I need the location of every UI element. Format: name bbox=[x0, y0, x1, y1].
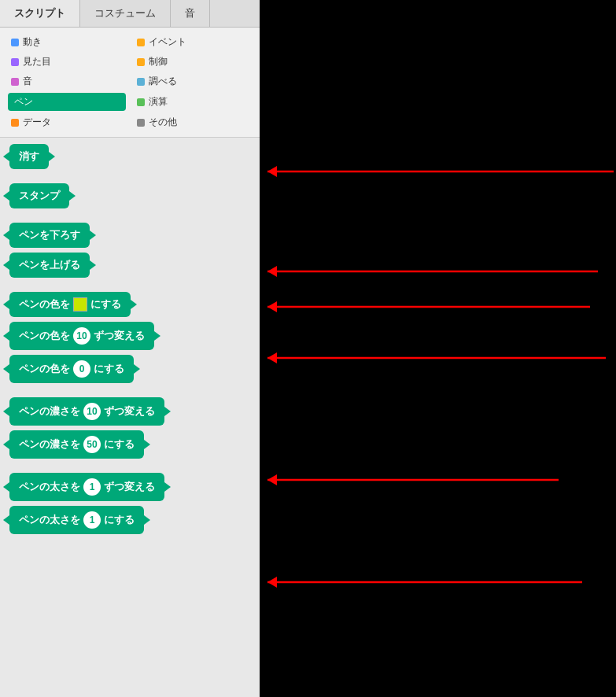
control-dot bbox=[137, 58, 145, 66]
category-motion-label: 動き bbox=[23, 35, 42, 49]
operators-dot bbox=[137, 98, 145, 106]
category-other[interactable]: その他 bbox=[134, 114, 252, 131]
block-pen-size-set-suffix: にする bbox=[104, 513, 135, 527]
block-pen-shade-change[interactable]: ペンの濃さを 10 ずつ変える bbox=[9, 397, 164, 426]
category-operators-label: 演算 bbox=[149, 95, 168, 109]
category-pen-label: ペン bbox=[14, 95, 33, 109]
category-other-label: その他 bbox=[149, 116, 177, 129]
category-data-label: データ bbox=[23, 116, 51, 129]
block-pen-shade-set-suffix: にする bbox=[104, 437, 135, 452]
category-data[interactable]: データ bbox=[8, 114, 126, 131]
block-stamp-label: スタンプ bbox=[19, 189, 60, 203]
category-sound-label: 音 bbox=[23, 75, 32, 88]
events-dot bbox=[137, 39, 145, 46]
block-pen-color-set-suffix: にする bbox=[94, 362, 124, 376]
block-stamp[interactable]: スタンプ bbox=[9, 183, 69, 208]
svg-marker-1 bbox=[267, 166, 277, 177]
blocks-area: 消す スタンプ ペンを下ろす ペンを上げる ペンの色を にする ペンの色を bbox=[0, 138, 260, 697]
color-swatch[interactable] bbox=[73, 297, 87, 312]
svg-marker-11 bbox=[267, 577, 277, 588]
svg-marker-5 bbox=[267, 301, 277, 312]
block-kisu-label: 消す bbox=[19, 149, 39, 164]
tab-costume[interactable]: コスチューム bbox=[80, 0, 171, 27]
block-pen-down[interactable]: ペンを下ろす bbox=[9, 223, 90, 248]
block-pen-color-set[interactable]: ペンの色を 0 にする bbox=[9, 355, 134, 383]
main-container: スクリプト コスチューム 音 動き イベント 見た目 制御 bbox=[0, 0, 616, 697]
sound-dot bbox=[11, 78, 19, 86]
block-pen-shade-change-prefix: ペンの濃さを bbox=[19, 404, 80, 419]
block-pen-shade-change-suffix: ずつ変える bbox=[104, 404, 155, 419]
block-pen-color-swatch[interactable]: ペンの色を にする bbox=[9, 292, 131, 317]
motion-dot bbox=[11, 39, 19, 46]
other-dot bbox=[137, 119, 145, 127]
category-control-label: 制御 bbox=[149, 55, 168, 68]
block-pen-shade-set[interactable]: ペンの濃さを 50 にする bbox=[9, 430, 144, 459]
block-kisu[interactable]: 消す bbox=[9, 144, 49, 169]
block-pen-size-change-prefix: ペンの太さを bbox=[19, 480, 80, 494]
block-pen-color-set-prefix: ペンの色を bbox=[19, 362, 70, 376]
block-pen-shade-set-prefix: ペンの濃さを bbox=[19, 437, 80, 452]
category-pen[interactable]: ペン bbox=[8, 93, 126, 111]
block-pen-color-change[interactable]: ペンの色を 10 ずつ変える bbox=[9, 322, 154, 350]
category-control[interactable]: 制御 bbox=[134, 53, 252, 70]
category-motion[interactable]: 動き bbox=[8, 34, 126, 50]
block-pen-size-change[interactable]: ペンの太さを 1 ずつ変える bbox=[9, 473, 164, 501]
category-events-label: イベント bbox=[149, 35, 186, 49]
block-pen-size-set-prefix: ペンの太さを bbox=[19, 513, 80, 527]
tab-script[interactable]: スクリプト bbox=[0, 0, 80, 27]
block-pen-shade-set-value[interactable]: 50 bbox=[83, 436, 101, 453]
block-pen-size-change-suffix: ずつ変える bbox=[104, 480, 155, 494]
block-pen-size-set[interactable]: ペンの太さを 1 にする bbox=[9, 506, 144, 534]
svg-marker-3 bbox=[267, 266, 277, 277]
svg-marker-7 bbox=[267, 352, 277, 363]
block-pen-color-change-prefix: ペンの色を bbox=[19, 329, 70, 343]
right-panel bbox=[260, 0, 616, 697]
looks-dot bbox=[11, 58, 19, 66]
block-pen-color-change-suffix: ずつ変える bbox=[94, 329, 145, 343]
block-pen-size-set-value[interactable]: 1 bbox=[83, 511, 101, 529]
block-pen-down-label: ペンを下ろす bbox=[19, 228, 80, 242]
category-looks-label: 見た目 bbox=[23, 55, 51, 68]
category-events[interactable]: イベント bbox=[134, 34, 252, 50]
sensing-dot bbox=[137, 78, 145, 86]
left-panel: スクリプト コスチューム 音 動き イベント 見た目 制御 bbox=[0, 0, 260, 697]
category-looks[interactable]: 見た目 bbox=[8, 53, 126, 70]
svg-marker-9 bbox=[267, 474, 277, 485]
category-sensing[interactable]: 調べる bbox=[134, 73, 252, 90]
category-grid: 動き イベント 見た目 制御 音 調べる ペン bbox=[0, 28, 260, 138]
category-operators[interactable]: 演算 bbox=[134, 93, 252, 111]
category-sensing-label: 調べる bbox=[149, 75, 177, 88]
block-pen-color-swatch-prefix: ペンの色を bbox=[19, 297, 70, 312]
block-pen-up[interactable]: ペンを上げる bbox=[9, 253, 90, 278]
tabs-bar: スクリプト コスチューム 音 bbox=[0, 0, 260, 28]
block-pen-up-label: ペンを上げる bbox=[19, 258, 80, 272]
arrows-svg bbox=[260, 0, 616, 697]
block-pen-color-set-value[interactable]: 0 bbox=[73, 360, 90, 378]
category-sound[interactable]: 音 bbox=[8, 73, 126, 90]
block-pen-color-swatch-suffix: にする bbox=[90, 297, 121, 312]
block-pen-size-change-value[interactable]: 1 bbox=[83, 478, 101, 496]
data-dot bbox=[11, 119, 19, 127]
tab-sound[interactable]: 音 bbox=[171, 0, 210, 27]
block-pen-color-change-value[interactable]: 10 bbox=[73, 327, 90, 345]
block-pen-shade-change-value[interactable]: 10 bbox=[83, 403, 101, 420]
